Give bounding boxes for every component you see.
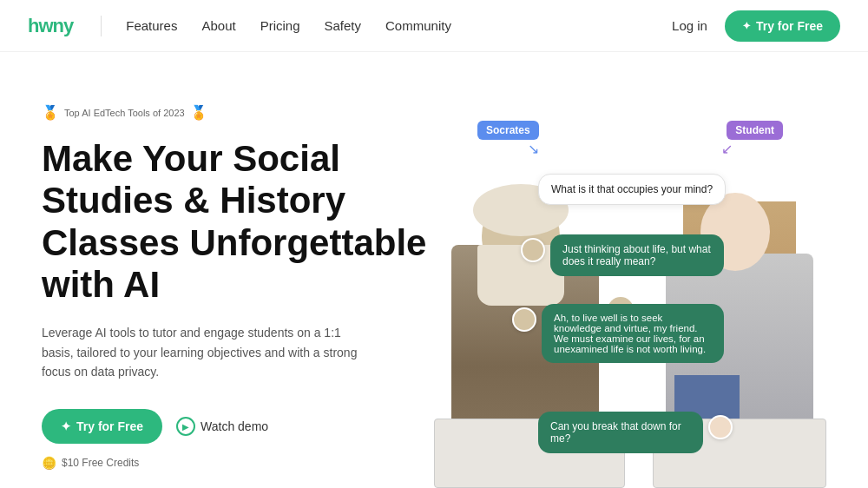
hero-right: Socrates ↘ Student ↙ <box>434 96 826 488</box>
hero-star-icon: ✦ <box>61 419 71 433</box>
hero-try-button[interactable]: ✦ Try for Free <box>42 409 162 444</box>
student-arrow: ↙ <box>721 141 733 157</box>
watch-demo-button[interactable]: ▶ Watch demo <box>176 417 268 436</box>
award-right-icon: 🏅 <box>190 104 207 121</box>
nav-right: Log in ✦ Try for Free <box>672 10 840 42</box>
nav-cta-button[interactable]: ✦ Try for Free <box>725 10 840 42</box>
socrates-avatar-sm <box>521 238 545 262</box>
navbar: hwny Features About Pricing Safety Commu… <box>0 0 868 52</box>
socrates-label: Socrates <box>477 122 539 137</box>
chat-scene: Socrates ↘ Student ↙ <box>434 96 826 488</box>
play-icon: ▶ <box>176 417 195 436</box>
award-badge: 🏅 Top AI EdTech Tools of 2023 🏅 <box>42 104 434 121</box>
hero-description: Leverage AI tools to tutor and engage st… <box>42 323 372 381</box>
hero-title: Make Your Social Studies & History Class… <box>42 138 434 306</box>
nav-about[interactable]: About <box>201 18 235 33</box>
star-icon: ✦ <box>742 20 751 32</box>
nav-pricing[interactable]: Pricing <box>260 18 300 33</box>
nav-divider <box>101 16 102 36</box>
login-link[interactable]: Log in <box>672 18 707 33</box>
socrates-arrow: ↘ <box>528 141 539 157</box>
socrates-avatar-sm-2 <box>512 307 536 332</box>
chat-bubble-4: Can you break that down for me? <box>538 412 733 453</box>
student-avatar-sm <box>708 415 733 439</box>
nav-safety[interactable]: Safety <box>325 18 362 33</box>
chat-bubble-1: What is it that occupies your mind? <box>538 174 726 205</box>
nav-links: Features About Pricing Safety Community <box>126 18 672 33</box>
chat-bubble-3: Ah, to live well is to seek knowledge an… <box>512 304 724 363</box>
award-text: Top AI EdTech Tools of 2023 <box>64 108 185 118</box>
logo[interactable]: hwny <box>28 15 73 37</box>
chat-bubble-2: Just thinking about life, but what does … <box>521 234 724 276</box>
coin-icon: 🪙 <box>42 456 56 470</box>
nav-features[interactable]: Features <box>126 18 177 33</box>
nav-community[interactable]: Community <box>385 18 451 33</box>
hero-left: 🏅 Top AI EdTech Tools of 2023 🏅 Make You… <box>42 96 434 470</box>
hero-section: 🏅 Top AI EdTech Tools of 2023 🏅 Make You… <box>0 52 868 488</box>
award-left-icon: 🏅 <box>42 104 59 121</box>
free-credits-label: 🪙 $10 Free Credits <box>42 456 434 470</box>
student-label: Student <box>727 122 783 137</box>
hero-cta-group: ✦ Try for Free ▶ Watch demo <box>42 409 434 444</box>
